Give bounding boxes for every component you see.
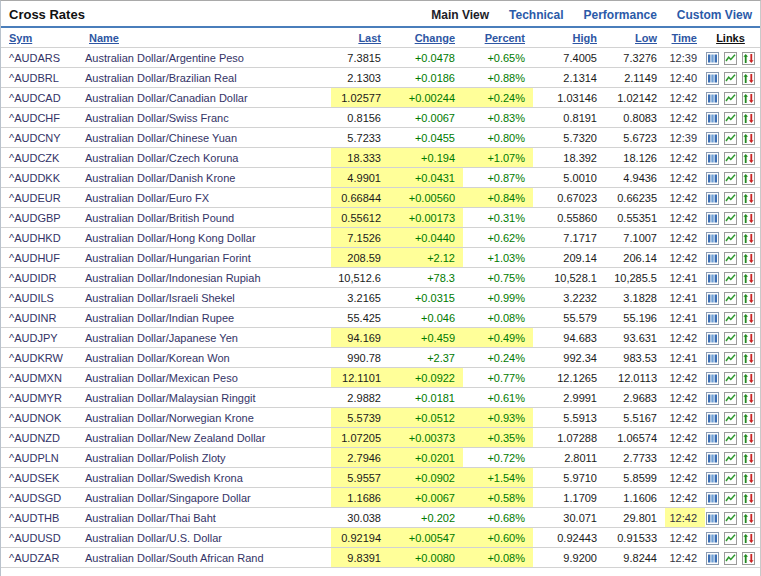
links-cell <box>705 48 760 68</box>
chart-icon[interactable] <box>724 332 737 345</box>
chart-icon[interactable] <box>724 212 737 225</box>
quote-icon[interactable] <box>706 272 719 285</box>
chart-icon[interactable] <box>724 452 737 465</box>
technical-chart-icon[interactable] <box>742 552 755 565</box>
technical-chart-icon[interactable] <box>742 212 755 225</box>
quote-icon[interactable] <box>706 72 719 85</box>
technical-chart-icon[interactable] <box>742 392 755 405</box>
col-header-last[interactable]: Last <box>331 28 389 48</box>
technical-chart-icon[interactable] <box>742 292 755 305</box>
chart-icon[interactable] <box>724 352 737 365</box>
quote-icon[interactable] <box>706 252 719 265</box>
quote-icon[interactable] <box>706 512 719 525</box>
technical-chart-icon[interactable] <box>742 132 755 145</box>
quote-icon[interactable] <box>706 392 719 405</box>
technical-chart-icon[interactable] <box>742 72 755 85</box>
nav-main-view[interactable]: Main View <box>431 8 489 22</box>
quote-icon[interactable] <box>706 492 719 505</box>
technical-chart-icon[interactable] <box>742 232 755 245</box>
col-header-change[interactable]: Change <box>389 28 463 48</box>
technical-chart-icon[interactable] <box>742 92 755 105</box>
quote-icon[interactable] <box>706 312 719 325</box>
percent-cell: +0.24% <box>463 88 533 108</box>
technical-chart-icon[interactable] <box>742 272 755 285</box>
quote-icon[interactable] <box>706 212 719 225</box>
symbol-cell: ^AUDPLN <box>1 448 81 468</box>
col-header-sym[interactable]: Sym <box>1 28 81 48</box>
quote-icon[interactable] <box>706 172 719 185</box>
quote-icon[interactable] <box>706 432 719 445</box>
chart-icon[interactable] <box>724 292 737 305</box>
quote-icon[interactable] <box>706 532 719 545</box>
chart-icon[interactable] <box>724 552 737 565</box>
nav-technical[interactable]: Technical <box>509 8 563 22</box>
quote-icon[interactable] <box>706 552 719 565</box>
quote-icon[interactable] <box>706 52 719 65</box>
table-row: ^AUDHKD Australian Dollar/Hong Kong Doll… <box>1 228 760 248</box>
technical-chart-icon[interactable] <box>742 152 755 165</box>
col-header-high[interactable]: High <box>533 28 605 48</box>
chart-icon[interactable] <box>724 512 737 525</box>
quote-icon[interactable] <box>706 412 719 425</box>
technical-chart-icon[interactable] <box>742 412 755 425</box>
percent-cell: +0.87% <box>463 168 533 188</box>
col-header-name[interactable]: Name <box>81 28 331 48</box>
chart-icon[interactable] <box>724 72 737 85</box>
technical-chart-icon[interactable] <box>742 312 755 325</box>
technical-chart-icon[interactable] <box>742 472 755 485</box>
technical-chart-icon[interactable] <box>742 332 755 345</box>
chart-icon[interactable] <box>724 172 737 185</box>
quote-icon[interactable] <box>706 372 719 385</box>
chart-icon[interactable] <box>724 472 737 485</box>
technical-chart-icon[interactable] <box>742 532 755 545</box>
quote-icon[interactable] <box>706 452 719 465</box>
chart-icon[interactable] <box>724 252 737 265</box>
change-cell: +0.0440 <box>389 228 463 248</box>
chart-icon[interactable] <box>724 532 737 545</box>
technical-chart-icon[interactable] <box>742 512 755 525</box>
chart-icon[interactable] <box>724 412 737 425</box>
technical-chart-icon[interactable] <box>742 432 755 445</box>
technical-chart-icon[interactable] <box>742 112 755 125</box>
quote-icon[interactable] <box>706 352 719 365</box>
technical-chart-icon[interactable] <box>742 52 755 65</box>
col-header-percent[interactable]: Percent <box>463 28 533 48</box>
chart-icon[interactable] <box>724 492 737 505</box>
quote-icon[interactable] <box>706 92 719 105</box>
technical-chart-icon[interactable] <box>742 172 755 185</box>
quote-icon[interactable] <box>706 332 719 345</box>
change-cell: +0.0922 <box>389 368 463 388</box>
quote-icon[interactable] <box>706 192 719 205</box>
quote-icon[interactable] <box>706 132 719 145</box>
quote-icon[interactable] <box>706 232 719 245</box>
technical-chart-icon[interactable] <box>742 352 755 365</box>
chart-icon[interactable] <box>724 232 737 245</box>
chart-icon[interactable] <box>724 392 737 405</box>
technical-chart-icon[interactable] <box>742 492 755 505</box>
quote-icon[interactable] <box>706 292 719 305</box>
quote-icon[interactable] <box>706 112 719 125</box>
technical-chart-icon[interactable] <box>742 252 755 265</box>
chart-icon[interactable] <box>724 272 737 285</box>
quote-icon[interactable] <box>706 472 719 485</box>
chart-icon[interactable] <box>724 312 737 325</box>
nav-custom-view[interactable]: Custom View <box>677 8 752 22</box>
table-row: ^AUDIDR Australian Dollar/Indonesian Rup… <box>1 268 760 288</box>
quote-icon[interactable] <box>706 152 719 165</box>
col-header-low[interactable]: Low <box>605 28 665 48</box>
nav-performance[interactable]: Performance <box>583 8 656 22</box>
technical-chart-icon[interactable] <box>742 372 755 385</box>
name-cell: Australian Dollar/British Pound <box>81 208 331 228</box>
chart-icon[interactable] <box>724 192 737 205</box>
col-header-time[interactable]: Time <box>665 28 705 48</box>
chart-icon[interactable] <box>724 52 737 65</box>
chart-icon[interactable] <box>724 132 737 145</box>
chart-icon[interactable] <box>724 152 737 165</box>
chart-icon[interactable] <box>724 372 737 385</box>
technical-chart-icon[interactable] <box>742 192 755 205</box>
technical-chart-icon[interactable] <box>742 452 755 465</box>
chart-icon[interactable] <box>724 112 737 125</box>
chart-icon[interactable] <box>724 92 737 105</box>
change-cell: +2.37 <box>389 348 463 368</box>
chart-icon[interactable] <box>724 432 737 445</box>
